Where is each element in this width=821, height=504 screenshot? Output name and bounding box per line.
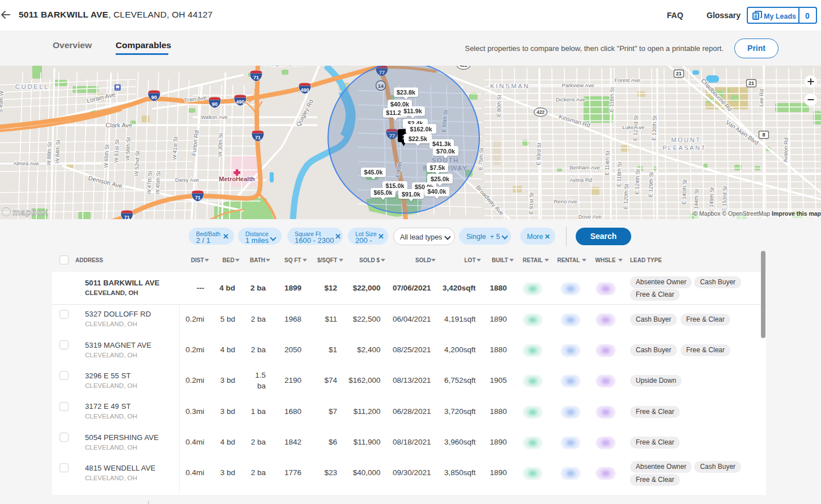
- svg-text:E 118th St: E 118th St: [615, 162, 623, 187]
- svg-text:E 114th St: E 114th St: [603, 151, 611, 176]
- svg-text:21: 21: [748, 80, 754, 86]
- svg-text:Clark Ave: Clark Ave: [106, 122, 133, 129]
- svg-text:MOUNT: MOUNT: [671, 136, 701, 143]
- svg-text:$25.0k: $25.0k: [431, 176, 450, 182]
- svg-text:W 88th St: W 88th St: [45, 142, 53, 166]
- svg-text:8: 8: [762, 132, 765, 138]
- svg-text:Lee Rd: Lee Rd: [758, 89, 764, 106]
- svg-text:$70.0k: $70.0k: [436, 148, 456, 155]
- svg-text:Aetna Rd: Aetna Rd: [569, 177, 592, 183]
- svg-text:$162.0k: $162.0k: [410, 126, 432, 133]
- svg-text:Forest Ave: Forest Ave: [614, 77, 640, 83]
- svg-text:90: 90: [212, 101, 218, 107]
- svg-text:W 61st St: W 61st St: [113, 139, 120, 163]
- svg-text:Avalon Rd: Avalon Rd: [782, 138, 789, 163]
- svg-text:PLEASANT: PLEASANT: [662, 144, 706, 151]
- svg-text:Dickens Ave: Dickens Ave: [556, 96, 585, 102]
- svg-text:Parkview Ave: Parkview Ave: [562, 82, 594, 88]
- svg-text:W 65th St: W 65th St: [103, 144, 110, 168]
- svg-text:71: 71: [195, 195, 201, 200]
- svg-text:E 116th St: E 116th St: [608, 87, 615, 112]
- svg-text:$22.5k: $22.5k: [409, 135, 428, 142]
- svg-text:E 123rd St: E 123rd St: [632, 115, 639, 141]
- svg-text:E 80th St: E 80th St: [495, 95, 502, 117]
- svg-text:W 52nd St: W 52nd St: [133, 151, 141, 176]
- svg-text:Dove Ave: Dove Ave: [578, 213, 602, 219]
- svg-text:E 91st St: E 91st St: [528, 192, 534, 214]
- svg-text:Almira Ave: Almira Ave: [13, 160, 39, 166]
- svg-text:$45.0k: $45.0k: [364, 169, 383, 176]
- svg-text:W 56th St: W 56th St: [124, 136, 131, 161]
- svg-text:490: 490: [236, 99, 244, 105]
- svg-text:Walton Ave: Walton Ave: [201, 114, 228, 120]
- svg-text:W 47th St: W 47th St: [146, 170, 153, 195]
- svg-text:21: 21: [676, 71, 682, 76]
- svg-text:$40.0k: $40.0k: [427, 188, 446, 195]
- svg-text:W 30th St: W 30th St: [216, 133, 224, 157]
- svg-text:$23.8k: $23.8k: [397, 89, 416, 96]
- svg-text:$7.5k: $7.5k: [429, 164, 445, 171]
- svg-text:MetroHealth: MetroHealth: [219, 176, 255, 182]
- svg-text:E 153rd St: E 153rd St: [721, 186, 728, 212]
- svg-text:mapbox: mapbox: [12, 207, 48, 217]
- svg-text:$91.0k: $91.0k: [402, 191, 421, 198]
- svg-text:E 129th St: E 129th St: [647, 172, 654, 197]
- svg-text:W 45th St: W 45th St: [154, 170, 161, 195]
- svg-text:71: 71: [255, 135, 261, 140]
- svg-text:Reno Ave: Reno Ave: [554, 198, 577, 204]
- svg-text:90: 90: [151, 95, 157, 100]
- svg-text:71: 71: [124, 215, 130, 219]
- svg-text:KINSMAN: KINSMAN: [490, 83, 530, 89]
- svg-text:$65.0k: $65.0k: [373, 189, 393, 196]
- svg-text:E 93rd St: E 93rd St: [535, 143, 542, 165]
- svg-text:E 130th St: E 130th St: [650, 115, 658, 140]
- svg-text:Benham Ave: Benham Ave: [569, 164, 600, 170]
- svg-text:490: 490: [300, 87, 309, 93]
- svg-text:71: 71: [253, 75, 259, 80]
- svg-text:E 149th St: E 149th St: [708, 187, 715, 212]
- svg-text:CUDELL: CUDELL: [15, 83, 49, 90]
- svg-text:422: 422: [537, 109, 545, 115]
- svg-text:422: 422: [460, 66, 467, 68]
- svg-text:E 120th St: E 120th St: [622, 183, 629, 209]
- svg-text:© Mapbox © OpenStreetMap Impro: © Mapbox © OpenStreetMap Improve this ma…: [693, 210, 821, 217]
- svg-text:TREMONT: TREMONT: [263, 66, 305, 67]
- svg-text:W 84th St: W 84th St: [54, 139, 61, 164]
- svg-text:E 140th St: E 140th St: [680, 179, 688, 204]
- svg-text:E 124th St: E 124th St: [633, 169, 641, 194]
- svg-text:$11.9k: $11.9k: [403, 108, 422, 114]
- svg-text:Daisy Ave: Daisy Ave: [175, 177, 199, 183]
- svg-text:W 41st St: W 41st St: [171, 136, 178, 160]
